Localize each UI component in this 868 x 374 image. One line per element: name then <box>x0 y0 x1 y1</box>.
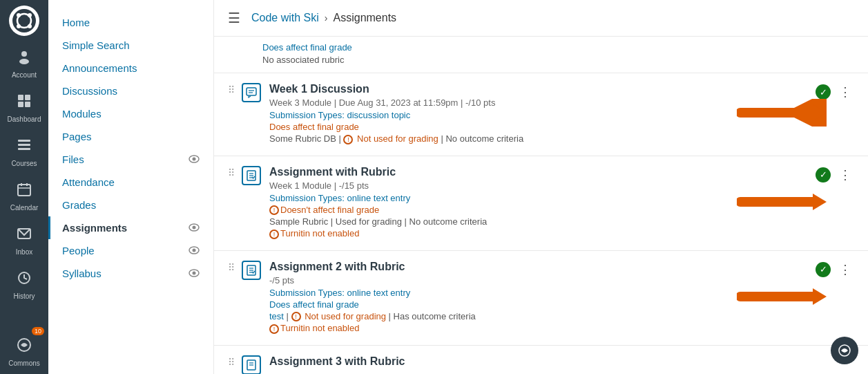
assignments-eye-icon <box>189 223 200 234</box>
syllabus-eye-icon <box>189 268 200 279</box>
svg-point-23 <box>193 157 196 160</box>
svg-rect-12 <box>18 140 30 142</box>
courses-icon <box>16 137 32 158</box>
main-content: ☰ Code with Ski › Assignments Does affec… <box>214 0 868 374</box>
week1-check-icon: ✓ <box>816 84 831 100</box>
hamburger-icon[interactable]: ☰ <box>228 10 240 26</box>
assignment2-rubric-line: test | ! Not used for grading | Has outc… <box>269 311 809 322</box>
nav-inbox[interactable]: Inbox <box>0 218 48 263</box>
sidebar-item-people[interactable]: People <box>48 239 213 262</box>
sidebar-item-syllabus[interactable]: Syllabus <box>48 262 213 285</box>
svg-point-5 <box>28 24 32 28</box>
commons-icon <box>16 337 32 357</box>
breadcrumb-course-link[interactable]: Code with Ski <box>251 12 319 24</box>
svg-rect-9 <box>25 95 30 100</box>
week1-discussion-content: Week 1 Discussion Week 3 Module | Due Au… <box>269 83 809 146</box>
breadcrumb: Code with Ski › Assignments <box>251 12 396 24</box>
svg-point-6 <box>21 51 27 57</box>
drag-handle-assignment3[interactable]: ⠿ <box>228 355 235 368</box>
week1-discussion-actions: ✓ ⋮ <box>816 83 854 101</box>
assignment-rubric-meta: Week 1 Module | -/15 pts <box>269 180 809 191</box>
sidebar-item-attendance[interactable]: Attendance <box>48 171 213 194</box>
assignment-icon-3 <box>242 355 261 374</box>
drag-handle-week1-discussion[interactable]: ⠿ <box>228 83 235 95</box>
svg-point-3 <box>28 13 32 17</box>
sidebar-item-grades[interactable]: Grades <box>48 194 213 216</box>
warn-icon-assignment2: ! <box>291 312 301 321</box>
assignment-icon-2-with-rubric <box>242 261 261 280</box>
assignment-rubric-submission-link[interactable]: Submission Types: online text entry <box>269 193 410 203</box>
svg-point-29 <box>193 271 196 274</box>
commons-badge: 10 <box>32 327 44 335</box>
svg-point-7 <box>19 59 29 64</box>
sidebar-item-announcements[interactable]: Announcements <box>48 57 213 80</box>
assignment3-content: Assignment 3 with Rubric <box>269 355 854 370</box>
svg-point-0 <box>12 9 36 32</box>
nav-calendar[interactable]: Calendar <box>0 174 48 218</box>
assignment-item-with-rubric: ⠿ Assignment with Rubric Week 1 Module |… <box>214 156 868 251</box>
drag-handle-assignment-rubric[interactable]: ⠿ <box>228 166 235 178</box>
sidebar-item-modules[interactable]: Modules <box>48 102 213 125</box>
svg-rect-13 <box>18 144 30 146</box>
assignment-rubric-more-button[interactable]: ⋮ <box>836 166 854 184</box>
people-eye-icon <box>189 245 200 256</box>
svg-point-25 <box>193 225 196 229</box>
assignment2-submission-link[interactable]: Submission Types: online text entry <box>269 288 410 298</box>
svg-point-27 <box>193 248 196 252</box>
calendar-icon <box>16 181 32 202</box>
sidebar-item-discussions[interactable]: Discussions <box>48 80 213 102</box>
assignment-item-week1-discussion: ⠿ Week 1 Discussion Week 3 Module | Due … <box>214 73 868 156</box>
svg-point-4 <box>17 24 21 28</box>
warn-icon-turnitin2: ! <box>269 324 279 334</box>
assignment-item-3-with-rubric: ⠿ Assignment 3 with Rubric <box>214 346 868 374</box>
account-icon <box>16 48 32 69</box>
svg-rect-10 <box>18 102 23 107</box>
nav-account[interactable]: Account <box>0 41 48 86</box>
warn-icon-turnitin1: ! <box>269 230 279 239</box>
cutoff-gray: No associated rubric <box>262 55 345 65</box>
page-header: ☰ Code with Ski › Assignments <box>214 0 868 37</box>
svg-rect-14 <box>18 148 30 150</box>
assignment2-rubric-meta: -/5 pts <box>269 275 809 286</box>
assignment-rubric-sample: Sample Rubric | Used for grading | No ou… <box>269 216 809 227</box>
svg-rect-15 <box>18 185 30 196</box>
sidebar-item-files[interactable]: Files <box>48 148 213 171</box>
svg-rect-30 <box>247 88 256 95</box>
nav-courses[interactable]: Courses <box>0 130 48 174</box>
assignment-rubric-turnitin: !Turnitin not enabled <box>269 228 809 239</box>
sidebar-item-simple-search[interactable]: Simple Search <box>48 34 213 57</box>
assignment-item-2-with-rubric: ⠿ Assignment 2 with Rubric -/5 pts Submi… <box>214 251 868 346</box>
arrow-assignment2 <box>737 283 827 313</box>
week1-submission-type-link[interactable]: Submission Types: discussion topic <box>269 110 410 120</box>
commons-float-button[interactable] <box>831 337 858 364</box>
assignment2-more-button[interactable]: ⋮ <box>836 261 854 279</box>
nav-history[interactable]: History <box>0 263 48 307</box>
assignment-rubric-title: Assignment with Rubric <box>269 166 809 178</box>
breadcrumb-separator: › <box>325 12 328 24</box>
side-menu: Home Simple Search Announcements Discuss… <box>48 0 214 374</box>
sidebar-item-pages[interactable]: Pages <box>48 125 213 148</box>
assignment2-affect-line: Does affect final grade <box>269 299 809 310</box>
sidebar-item-home[interactable]: Home <box>48 11 213 34</box>
nav-commons[interactable]: Commons 10 <box>0 330 48 374</box>
assignment-icon-with-rubric <box>242 166 261 185</box>
warn-icon-week1: ! <box>343 135 353 144</box>
assignment2-test-link[interactable]: test <box>269 311 284 321</box>
assignment-rubric-affect-line: !Doesn't affect final grade <box>269 205 809 216</box>
arrow-rubric <box>737 188 827 218</box>
nav-dashboard[interactable]: Dashboard <box>0 86 48 130</box>
svg-rect-8 <box>18 95 23 100</box>
inbox-icon <box>16 225 32 246</box>
svg-rect-11 <box>25 102 30 107</box>
sidebar-item-assignments[interactable]: Assignments <box>48 216 213 239</box>
week1-more-button[interactable]: ⋮ <box>836 83 854 101</box>
cutoff-link[interactable]: Does affect final grade <box>262 42 352 53</box>
cutoff-item: Does affect final grade No associated ru… <box>214 37 868 73</box>
drag-handle-assignment2-rubric[interactable]: ⠿ <box>228 261 235 273</box>
breadcrumb-current: Assignments <box>334 12 397 24</box>
discussion-icon-week1 <box>242 83 261 102</box>
arrow-week1 <box>737 99 827 129</box>
week1-rubric-line: Some Rubric DB | ! Not used for grading … <box>269 133 809 144</box>
week1-discussion-meta: Week 3 Module | Due Aug 31, 2023 at 11:5… <box>269 97 809 108</box>
assignment2-rubric-content: Assignment 2 with Rubric -/5 pts Submiss… <box>269 261 809 335</box>
